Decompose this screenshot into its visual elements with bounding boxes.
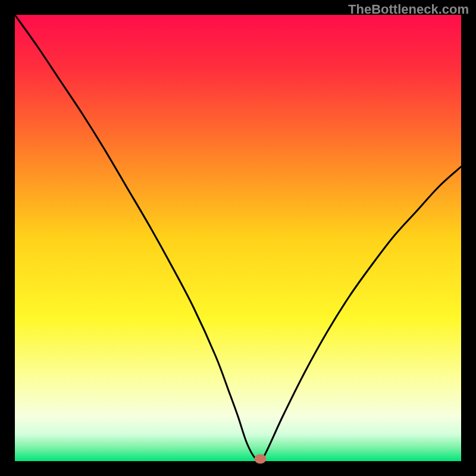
plot-background [15,15,461,461]
watermark-text: TheBottleneck.com [348,2,469,17]
bottleneck-chart [0,0,476,476]
chart-wrapper: TheBottleneck.com [0,0,476,476]
optimal-point-marker [255,454,267,464]
